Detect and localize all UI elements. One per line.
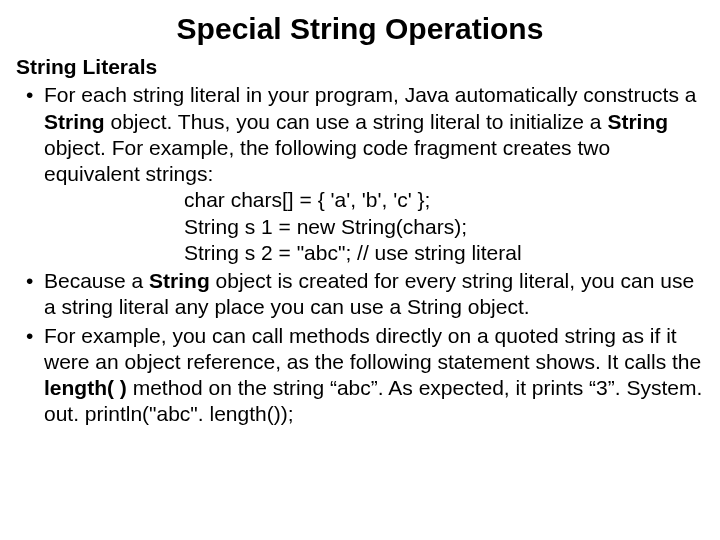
list-item: For example, you can call methods direct… [44, 323, 704, 428]
bold-term: String [44, 110, 105, 133]
bullet-text: object. Thus, you can use a string liter… [105, 110, 608, 133]
bullet-text: For each string literal in your program,… [44, 83, 696, 106]
code-block: char chars[] = { 'a', 'b', 'c' }; String… [44, 187, 704, 266]
bullet-text: Because a [44, 269, 149, 292]
list-item: Because a String object is created for e… [44, 268, 704, 321]
slide-title: Special String Operations [16, 12, 704, 46]
code-line: String s 1 = new String(chars); [184, 214, 704, 240]
code-line: char chars[] = { 'a', 'b', 'c' }; [184, 187, 704, 213]
bullet-text: For example, you can call methods direct… [44, 324, 701, 373]
bold-term: String [149, 269, 210, 292]
code-line: String s 2 = "abc"; // use string litera… [184, 240, 704, 266]
bullet-text: object. For example, the following code … [44, 136, 610, 185]
subheading: String Literals [16, 54, 704, 80]
bullet-text: method on the string “abc”. As expected,… [44, 376, 702, 425]
list-item: For each string literal in your program,… [44, 82, 704, 266]
bullet-list: For each string literal in your program,… [16, 82, 704, 427]
bold-term: length( ) [44, 376, 127, 399]
bold-term: String [607, 110, 668, 133]
